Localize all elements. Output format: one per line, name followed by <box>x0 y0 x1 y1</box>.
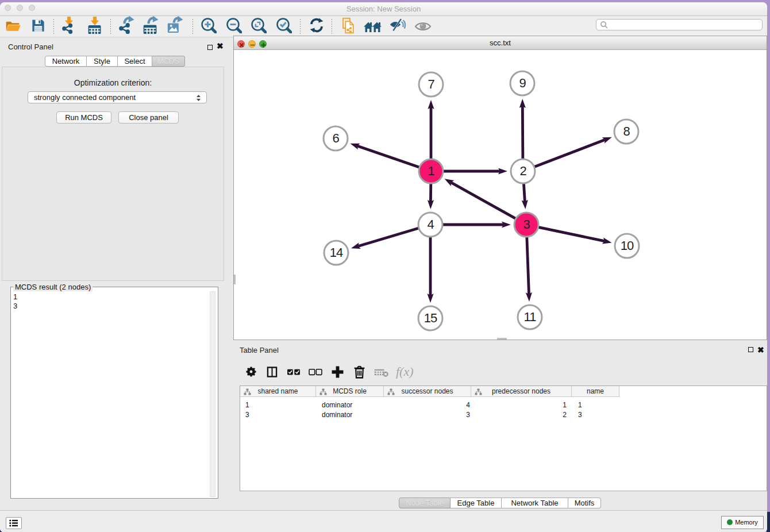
svg-text:8: 8 <box>623 124 630 138</box>
svg-text:3: 3 <box>523 217 530 232</box>
svg-text:9: 9 <box>519 76 526 90</box>
svg-text:10: 10 <box>621 238 634 253</box>
svg-text:4: 4 <box>427 217 434 232</box>
svg-text:2: 2 <box>519 164 526 178</box>
svg-text:7: 7 <box>428 77 434 91</box>
svg-text:6: 6 <box>332 131 339 145</box>
svg-text:14: 14 <box>330 245 343 260</box>
svg-text:15: 15 <box>424 311 437 325</box>
svg-text:1: 1 <box>428 164 434 178</box>
svg-text:11: 11 <box>524 310 537 324</box>
